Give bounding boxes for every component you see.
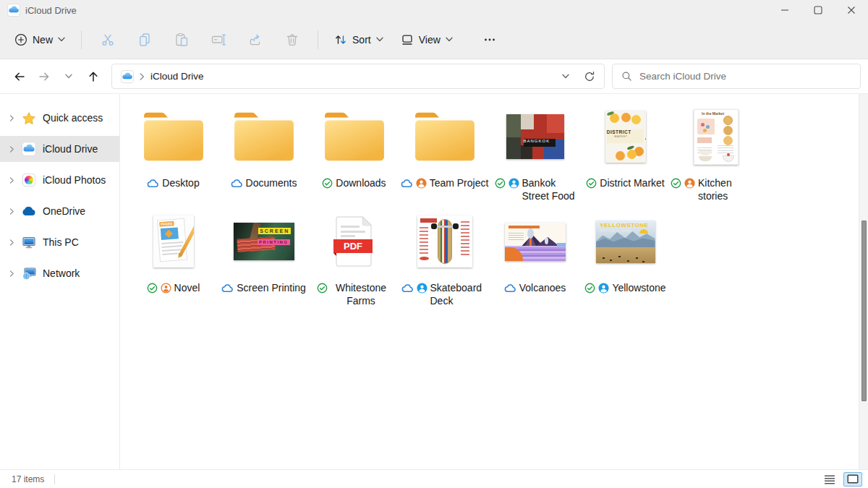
file-item-novel[interactable]: PAGES Novel <box>128 210 218 314</box>
file-name: Screen Printing <box>237 281 306 294</box>
maximize-button[interactable] <box>801 0 835 20</box>
file-item-documents[interactable]: Documents <box>218 105 309 210</box>
file-name: Whitestone Farms <box>331 281 391 307</box>
sidebar-item-onedrive[interactable]: OneDrive <box>0 198 119 224</box>
new-button[interactable]: New <box>6 27 74 52</box>
star-icon <box>22 112 35 124</box>
file-name: Skateboard Deck <box>430 281 488 307</box>
view-layout-icon <box>401 33 414 46</box>
scrollbar-thumb[interactable] <box>861 221 867 401</box>
sort-button[interactable]: Sort <box>326 27 392 52</box>
chevron-down-icon <box>58 37 65 42</box>
chevron-right-icon <box>9 115 15 121</box>
file-item-skateboard-deck[interactable]: Skateboard Deck <box>399 210 490 314</box>
file-name: Bankok Street Food <box>522 176 576 202</box>
sidebar-item-label: This PC <box>43 236 79 248</box>
more-options-button[interactable] <box>472 26 509 53</box>
file-item-whitestone-farms[interactable]: PDF Whitestone Farms <box>309 210 399 314</box>
shared-person-icon <box>684 178 695 189</box>
up-button[interactable] <box>81 64 106 89</box>
file-name: Volcanoes <box>519 281 566 294</box>
thumbnail-view-button[interactable] <box>843 472 862 487</box>
downloaded-check-icon <box>584 283 595 294</box>
file-list-area: Desktop Documents Downloads <box>120 94 868 469</box>
thumbnail-district-market: DISTRICTMARKET <box>605 111 646 163</box>
breadcrumb-location[interactable]: iCloud Drive <box>150 71 204 82</box>
chevron-right-icon <box>9 239 15 246</box>
list-view-button[interactable] <box>820 472 839 487</box>
view-button-label: View <box>419 34 441 46</box>
address-bar[interactable]: iCloud Drive <box>111 64 605 89</box>
thumbnail-caption: BANGKOK <box>524 139 556 147</box>
thumbnail-caption: DISTRICT <box>607 129 644 134</box>
toolbar-divider <box>318 30 318 49</box>
delete-button[interactable] <box>273 26 310 53</box>
toolbar-divider <box>81 30 82 49</box>
thumbnail-screen-printing: SCREEN PRINTING <box>234 223 294 260</box>
recent-locations-button[interactable] <box>56 64 81 89</box>
downloaded-check-icon <box>495 178 506 189</box>
sidebar-item-icloud-drive[interactable]: iCloud Drive <box>0 136 119 162</box>
downloaded-check-icon <box>317 283 328 294</box>
search-icon <box>621 71 632 82</box>
network-globe-icon <box>22 267 36 280</box>
view-button[interactable]: View <box>392 27 461 52</box>
chevron-down-icon <box>376 37 383 42</box>
vertical-scrollbar[interactable] <box>859 94 868 469</box>
icloud-status-icon <box>221 283 234 293</box>
ellipsis-icon <box>483 33 496 46</box>
search-input[interactable] <box>639 71 851 82</box>
cut-button[interactable] <box>89 26 126 53</box>
shared-person-icon <box>161 283 171 294</box>
folder-icon <box>320 109 388 164</box>
back-button[interactable] <box>7 64 32 89</box>
chevron-down-icon <box>65 74 72 79</box>
sort-button-label: Sort <box>352 34 371 46</box>
sidebar-item-network[interactable]: Network <box>0 260 119 286</box>
file-item-district-market[interactable]: DISTRICTMARKET District Market <box>580 105 671 210</box>
main-area: Quick access iCloud Drive iCloud Photos … <box>0 94 868 469</box>
minimize-button[interactable] <box>768 0 801 20</box>
close-button[interactable] <box>835 0 868 20</box>
chevron-right-icon <box>140 73 145 80</box>
sidebar-item-label: iCloud Drive <box>43 143 98 155</box>
sidebar-item-this-pc[interactable]: This PC <box>0 229 119 255</box>
file-item-desktop[interactable]: Desktop <box>128 105 218 210</box>
onedrive-cloud-icon <box>22 207 36 216</box>
refresh-icon[interactable] <box>584 71 595 82</box>
address-dropdown-icon[interactable] <box>562 74 569 79</box>
file-item-downloads[interactable]: Downloads <box>309 105 399 210</box>
copy-button[interactable] <box>126 26 163 53</box>
paste-button[interactable] <box>163 26 200 53</box>
file-item-team-project[interactable]: Team Project <box>399 105 490 210</box>
sidebar-item-icloud-photos[interactable]: iCloud Photos <box>0 167 119 193</box>
chevron-right-icon <box>9 208 15 215</box>
file-item-volcanoes[interactable]: Volcanoes <box>490 210 580 314</box>
plus-circle-icon <box>14 33 27 46</box>
sidebar-item-quick-access[interactable]: Quick access <box>0 105 119 131</box>
chevron-right-icon <box>9 146 15 153</box>
chevron-down-icon <box>446 37 453 42</box>
forward-button[interactable] <box>32 64 56 89</box>
shared-person-icon <box>509 178 519 189</box>
breadcrumb[interactable]: iCloud Drive <box>121 70 204 83</box>
rename-button[interactable] <box>200 26 237 53</box>
file-item-kitchen-stories[interactable]: In the Market Kitchen stories <box>671 105 761 210</box>
shared-person-icon <box>417 283 427 294</box>
icloud-status-icon <box>504 283 516 293</box>
thumbnail-caption: YELLOWSTONE <box>600 222 648 228</box>
downloaded-check-icon <box>322 178 333 189</box>
thumbnail-view-icon <box>847 474 859 484</box>
file-item-yellowstone[interactable]: YELLOWSTONE NATIONAL PARK Yellowstone <box>580 210 671 314</box>
file-item-bankok-street-food[interactable]: BANGKOK Bankok Street Food <box>490 105 580 210</box>
thumbnail-skateboard-deck <box>417 215 472 267</box>
trash-icon <box>285 33 299 47</box>
icloud-status-icon <box>231 179 243 188</box>
statusbar-divider <box>54 474 55 484</box>
share-button[interactable] <box>237 26 273 53</box>
sidebar-item-label: iCloud Photos <box>43 174 106 186</box>
folder-icon <box>140 109 208 164</box>
file-item-screen-printing[interactable]: SCREEN PRINTING Screen Printing <box>218 210 309 314</box>
file-name: Downloads <box>336 176 386 189</box>
search-box[interactable] <box>612 64 861 89</box>
